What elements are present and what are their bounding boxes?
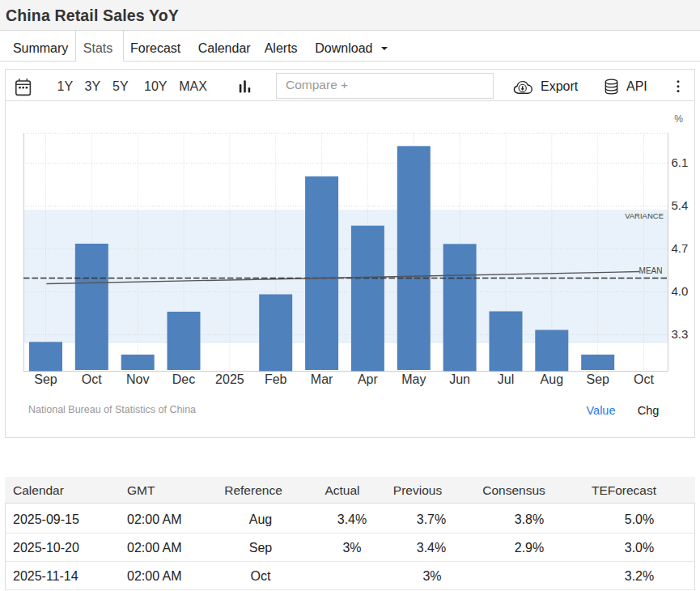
svg-text:Sep: Sep [34, 372, 57, 386]
svg-text:%: % [674, 113, 683, 125]
svg-text:4.0: 4.0 [672, 284, 689, 298]
svg-text:Dec: Dec [172, 372, 195, 386]
svg-text:Feb: Feb [265, 372, 287, 386]
svg-text:6.1: 6.1 [672, 155, 689, 169]
svg-text:Jun: Jun [449, 372, 470, 386]
svg-text:National Bureau of Statistics: National Bureau of Statistics of China [28, 404, 196, 415]
svg-text:3.3: 3.3 [672, 327, 689, 341]
svg-text:Sep: Sep [586, 372, 609, 386]
svg-text:Chg: Chg [638, 404, 660, 417]
svg-text:Jul: Jul [498, 372, 514, 386]
svg-text:4.7: 4.7 [672, 241, 689, 255]
svg-text:Oct: Oct [634, 372, 654, 386]
svg-text:Value: Value [586, 404, 615, 417]
svg-text:Nov: Nov [126, 372, 149, 386]
svg-text:5.4: 5.4 [672, 198, 689, 212]
svg-text:May: May [401, 372, 426, 386]
svg-text:Oct: Oct [82, 372, 102, 386]
svg-text:Aug: Aug [541, 372, 563, 386]
svg-text:Apr: Apr [358, 372, 379, 386]
svg-text:VARIANCE: VARIANCE [625, 211, 664, 220]
svg-text:2025: 2025 [215, 372, 244, 386]
svg-text:MEAN: MEAN [639, 266, 663, 275]
svg-text:Mar: Mar [311, 372, 333, 386]
